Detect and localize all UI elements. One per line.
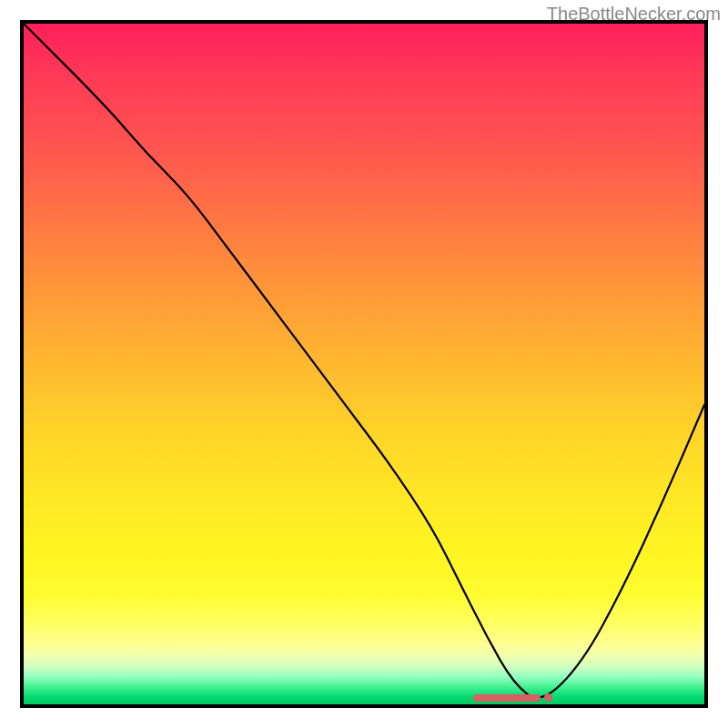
bottleneck-curve-line (24, 24, 704, 704)
chart-plot-area (20, 20, 708, 708)
optimal-range-marker (473, 694, 541, 702)
watermark-text: TheBottleNecker.com (547, 4, 721, 25)
